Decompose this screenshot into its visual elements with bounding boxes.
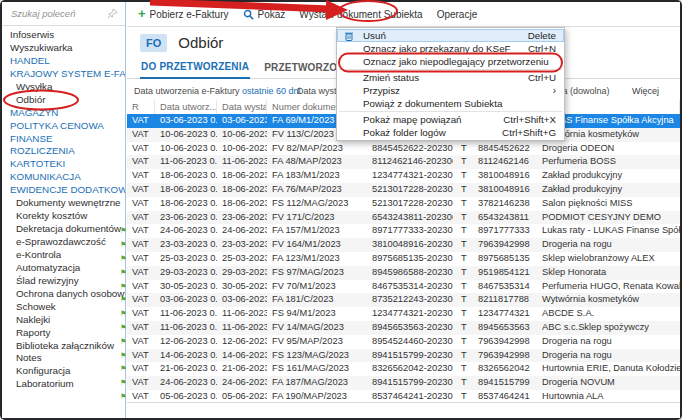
- sidebar-item-magazyn[interactable]: MAGAZYN: [2, 107, 125, 120]
- sidebar-item-laboratorium[interactable]: Laboratorium: [2, 378, 125, 391]
- cell-nip: 8112462146: [473, 155, 537, 169]
- cell-ksef: 8326562042-20230621-92...: [367, 362, 453, 376]
- sidebar-item-biblioteka-załączników[interactable]: Biblioteka załączników: [2, 340, 125, 353]
- table-row[interactable]: ⚑VAT30-05-2023 0...30-05-2023FV 70/M1/20…: [127, 280, 680, 294]
- menu-item-pokaż-folder-logów[interactable]: Pokaż folder logówCtrl+Shift+G: [337, 126, 564, 139]
- cell-created: 11-06-2023 0...: [155, 155, 217, 169]
- cell-ksef: 1234774321-20230618-EE...: [367, 169, 453, 183]
- sidebar-item-infoserwis[interactable]: Infoserwis: [2, 29, 125, 42]
- sidebar-item-ewidencje-dodatkowe[interactable]: EWIDENCJE DODATKOWE: [2, 184, 125, 197]
- sidebar-item-wysyłka[interactable]: Wysyłka: [2, 81, 125, 94]
- cell-name: Perfumeria HUGO, Renata Kowalska: [537, 280, 680, 294]
- cell-doc: FS 94/M1/2023: [267, 307, 367, 321]
- sidebar-item-dokumenty-wewnętrzne[interactable]: Dokumenty wewnętrzne: [2, 197, 125, 210]
- column-header-1[interactable]: R: [127, 100, 155, 114]
- cell-issued: 10-06-2023: [217, 128, 267, 142]
- sidebar-item-wyszukiwarka[interactable]: Wyszukiwarka: [2, 42, 125, 55]
- filter-created[interactable]: Data utworzenia e-Faktury ostatnie 60 dn…: [134, 86, 301, 96]
- cell-ksef: 8975685135-20230325-E7...: [367, 252, 453, 266]
- sidebar-item-dekretacja-dokumentów[interactable]: Dekretacja dokumentów: [2, 223, 125, 236]
- sidebar-item-finanse[interactable]: FINANSE: [2, 133, 125, 146]
- sidebar-item-polityka-cenowa[interactable]: POLITYKA CENOWA: [2, 120, 125, 133]
- table-row[interactable]: ⚑VAT14-06-2023 0...14-06-2023FS 123/MAG/…: [127, 349, 680, 363]
- cell-name: Perfumeria BOSS: [537, 155, 680, 169]
- sidebar-item-rozliczenia[interactable]: ROZLICZENIA: [2, 145, 125, 158]
- sidebar-item-e-sprawozdawczość[interactable]: e-Sprawozdawczość: [2, 236, 125, 249]
- table-row[interactable]: VAT18-06-2023 0...18-06-2023FS 112/MAG/2…: [127, 197, 680, 211]
- tab-do-przetworzenia[interactable]: DO PRZETWORZENIA: [140, 57, 250, 79]
- table-row[interactable]: ⚑VAT24-06-2023 0...24-06-2023FA 157/M1/2…: [127, 224, 680, 238]
- submenu-arrow-icon: ›: [553, 84, 556, 97]
- column-header-2[interactable]: Data utworz...: [155, 100, 217, 114]
- sidebar-item-e-kontrola[interactable]: e-Kontrola: [2, 249, 125, 262]
- cell-name: Drogeria NOVUM: [537, 376, 680, 390]
- sidebar-item-kartoteki[interactable]: KARTOTEKI: [2, 158, 125, 171]
- table-row[interactable]: ⚑VAT25-03-2023 0...25-03-2023FA 123/M1/2…: [127, 252, 680, 266]
- cell-created: 10-06-2023 0...: [155, 142, 217, 156]
- cell-doc: FS 161/MAG/2023: [267, 362, 367, 376]
- table-row[interactable]: VAT18-06-2023 0...18-06-2023FA 183/M1/20…: [127, 169, 680, 183]
- cell-doc: FA 48/MAP/2023: [267, 155, 367, 169]
- cell-ksef: 8467535314-20230530-69...: [367, 280, 453, 294]
- sidebar-item-krajowy-system-e-faktur[interactable]: KRAJOWY SYSTEM E-FAKTUR: [2, 68, 125, 81]
- cell-name: Wytwórnia kosmetyków: [537, 293, 680, 307]
- cell-issued: 23-06-2023: [217, 211, 267, 225]
- pin-icon[interactable]: [107, 8, 118, 19]
- table-row[interactable]: VAT10-06-2023 0...10-06-2023FV 82/MAP/20…: [127, 142, 680, 156]
- cell-t: T: [453, 155, 473, 169]
- column-header-3[interactable]: Data wysta...: [217, 100, 267, 114]
- sidebar-item-schowek[interactable]: Schowek: [2, 301, 125, 314]
- toolbar-button-operacje[interactable]: Operacje: [437, 9, 478, 20]
- toolbar-button-label: Pobierz e-Faktury: [150, 9, 229, 20]
- sidebar-item-naklejki[interactable]: Naklejki: [2, 314, 125, 327]
- menu-item-label: Pokaż mapę powiązań: [363, 113, 503, 126]
- table-row[interactable]: ⚑VAT23-03-2023 0...23-03-2023FV 164/M1/2…: [127, 238, 680, 252]
- menu-item-oznacz-jako-niepodlegający-przetworzeniu[interactable]: Oznacz jako niepodlegający przetworzeniu: [337, 55, 564, 68]
- sidebar-item-ochrona-danych-osobowych[interactable]: Ochrona danych osobowych: [2, 288, 125, 301]
- cell-nip: 7963942998: [473, 335, 537, 349]
- menu-item-shortcut: Ctrl+U: [528, 71, 556, 84]
- menu-item-zmień-status[interactable]: Zmień statusCtrl+U: [337, 71, 564, 84]
- cell-t: T: [453, 238, 473, 252]
- table-row[interactable]: ⚑VAT03-06-2023 0...03-06-2023FA 181/C/20…: [127, 293, 680, 307]
- menu-item-usuń[interactable]: UsuńDelete: [337, 29, 564, 42]
- cell-issued: 10-06-2023: [217, 142, 267, 156]
- table-row[interactable]: ⚑VAT11-06-2023 0...11-06-2023FV 14/MAG/2…: [127, 321, 680, 335]
- sidebar-item-notes[interactable]: Notes: [2, 352, 125, 365]
- cell-ksef: 8845452622-20230610-A8...: [367, 142, 453, 156]
- cell-nip: 1234774321: [473, 307, 537, 321]
- table-row[interactable]: ⚑VAT24-06-2023 0...24-06-2023FA 187/MAG/…: [127, 376, 680, 390]
- cell-t: T: [453, 224, 473, 238]
- toolbar-button-label: Pokaż: [258, 9, 286, 20]
- table-row[interactable]: VAT23-06-2023 0...23-06-2023FV 171/C/202…: [127, 211, 680, 225]
- table-row[interactable]: ⚑VAT12-06-2023 0...12-06-2023FV 95/MAP/2…: [127, 335, 680, 349]
- filter-more-button[interactable]: Więcej: [632, 86, 659, 96]
- cell-doc: FA 181/C/2023: [267, 293, 367, 307]
- command-search[interactable]: Szukaj poleceń: [2, 2, 125, 26]
- table-row[interactable]: VAT11-06-2023 0...11-06-2023FA 48/MAP/20…: [127, 155, 680, 169]
- table-row[interactable]: VAT18-06-2023 0...18-06-2023FA 76/MAP/20…: [127, 183, 680, 197]
- sidebar-item-konfiguracja[interactable]: Konfiguracja: [2, 365, 125, 378]
- sidebar-item-automatyzacja[interactable]: Automatyzacja: [2, 262, 125, 275]
- table-row[interactable]: ⚑VAT11-06-2023 0...11-06-2023FS 94/M1/20…: [127, 307, 680, 321]
- sidebar-item-raporty[interactable]: Raporty: [2, 327, 125, 340]
- sidebar-item-ślad-rewizyjny[interactable]: Ślad rewizyjny: [2, 275, 125, 288]
- sidebar-item-komunikacja[interactable]: KOMUNIKACJA: [2, 171, 125, 184]
- cell-nip: 7963942998: [473, 349, 537, 363]
- toolbar-button-pobierz[interactable]: +Pobierz e-Faktury: [138, 9, 229, 20]
- menu-item-powiąż-z-dokumentem-subiekta[interactable]: Powiąż z dokumentem Subiekta: [337, 97, 564, 110]
- menu-item-oznacz-jako-przekazany-do-ksef[interactable]: Oznacz jako przekazany do KSeFCtrl+N: [337, 42, 564, 55]
- table-row[interactable]: ⚑VAT29-03-2023 0...29-03-2023FS 97/MAG/2…: [127, 266, 680, 280]
- cell-nip: 7963942998: [473, 238, 537, 252]
- table-row[interactable]: ⚑VAT21-06-2023 0...21-06-2023FS 161/MAG/…: [127, 362, 680, 376]
- sidebar-item-odbiór[interactable]: Odbiór: [2, 94, 125, 107]
- cell-t: T: [453, 307, 473, 321]
- menu-item-pokaż-mapę-powiązań[interactable]: Pokaż mapę powiązańCtrl+Shift+X: [337, 113, 564, 126]
- menu-item-przypisz[interactable]: Przypisz›: [337, 84, 564, 97]
- sidebar-item-korekty-kosztów[interactable]: Korekty kosztów: [2, 210, 125, 223]
- sidebar-item-handel[interactable]: HANDEL: [2, 55, 125, 68]
- green-flag-icon: ⚑: [120, 252, 127, 265]
- cell-nip: 6543243811: [473, 211, 537, 225]
- toolbar-button-pokaż[interactable]: Pokaż: [243, 9, 286, 20]
- toolbar-button-wystaw[interactable]: Wystaw dokument Subiekta: [299, 9, 422, 20]
